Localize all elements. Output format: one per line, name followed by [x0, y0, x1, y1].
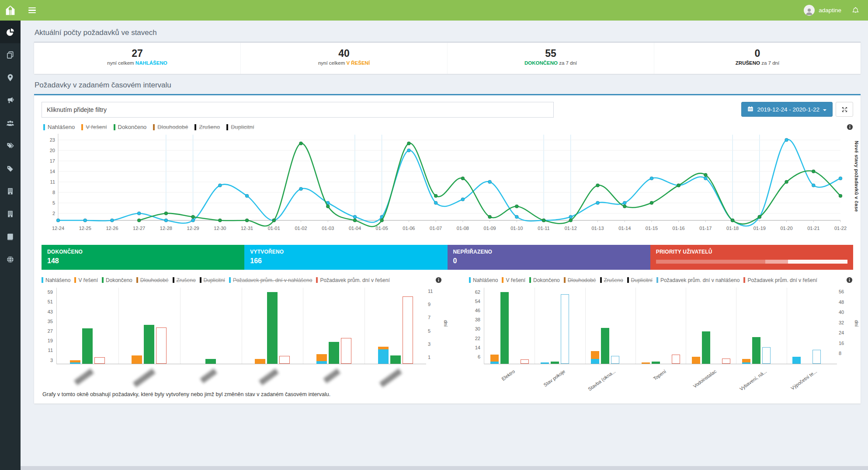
bar	[752, 337, 760, 364]
svg-text:12-26: 12-26	[106, 226, 118, 231]
sidebar-item-building-7[interactable]	[0, 180, 21, 202]
right-axis-tick: 11	[428, 289, 441, 294]
stat-label: DOKONČENO za 7 dní	[448, 60, 654, 66]
left-axis-tick: 46	[469, 308, 480, 313]
svg-text:01-06: 01-06	[403, 226, 415, 231]
left-axis-tick: 3	[42, 358, 53, 363]
legend-item[interactable]: Dlouhodobé	[564, 277, 596, 283]
bar-segment	[742, 359, 750, 362]
sidebar-item-map-marker-2[interactable]	[0, 66, 21, 89]
legend-label: Dokončeno	[118, 124, 147, 130]
priority-progress-bar	[656, 260, 847, 264]
category-label: ███████	[379, 369, 401, 387]
category-label: Výpočetní te...	[790, 369, 818, 391]
legend-item[interactable]: Nahlášeno	[43, 124, 75, 130]
legend-label: Požadavek prům. dní v řešení	[747, 277, 817, 283]
legend-item[interactable]: Zrušeno	[600, 277, 623, 283]
app-logo[interactable]	[0, 0, 21, 21]
right-axis-tick: 5	[428, 328, 441, 334]
legend-item[interactable]: Zrušeno	[173, 277, 196, 283]
calendar-icon	[747, 106, 753, 113]
svg-text:12-31: 12-31	[241, 226, 253, 231]
user-menu[interactable]: adaptine	[804, 5, 841, 16]
sidebar-item-tag-6[interactable]	[0, 157, 21, 180]
legend-item[interactable]: V řešení	[74, 277, 98, 283]
line-chart-legend: NahlášenoV řešeníDokončenoDlouhodobéZruš…	[43, 124, 853, 130]
legend-marker	[173, 277, 174, 283]
info-icon[interactable]	[847, 124, 853, 130]
bar-segment	[316, 361, 327, 364]
sidebar-item-copy-1[interactable]	[0, 43, 21, 66]
legend-marker	[102, 277, 104, 283]
svg-text:17: 17	[50, 158, 55, 164]
svg-text:12-27: 12-27	[133, 226, 145, 231]
svg-text:01-20: 01-20	[780, 226, 792, 231]
category-label: ██████	[259, 369, 278, 385]
legend-item[interactable]: Duplicitní	[627, 277, 653, 283]
legend-item[interactable]: V řešení	[502, 277, 525, 283]
stacked-bar	[255, 359, 265, 364]
sidebar-item-pie-chart-0[interactable]	[0, 21, 21, 43]
legend-item[interactable]: Nahlášeno	[42, 277, 70, 283]
person-icon	[805, 7, 814, 16]
sidebar	[0, 21, 21, 470]
menu-toggle[interactable]	[24, 0, 42, 21]
left-axis-tick: 30	[469, 326, 480, 331]
legend-label: Dokončeno	[533, 277, 560, 283]
filter-input[interactable]	[42, 102, 554, 118]
legend-item[interactable]: Dlouhodobé	[153, 124, 188, 130]
svg-text:01-01: 01-01	[268, 226, 280, 231]
group-separator	[635, 288, 636, 364]
top-navbar: adaptine	[0, 0, 868, 21]
sidebar-item-building-8[interactable]	[0, 202, 21, 225]
bar	[601, 328, 609, 364]
legend-item[interactable]: Duplicitní	[200, 277, 225, 283]
bar	[561, 294, 569, 364]
bar	[82, 328, 93, 364]
legend-marker	[153, 124, 155, 130]
legend-item[interactable]: Požadavek prům. dní v řešení	[743, 277, 817, 283]
legend-label: Dlouhodobé	[140, 277, 169, 283]
svg-text:12-29: 12-29	[187, 226, 199, 231]
legend-item[interactable]: Dokončeno	[114, 124, 147, 130]
bar	[403, 296, 413, 364]
bottom-strip	[21, 466, 868, 470]
legend-item[interactable]: Nahlášeno	[469, 277, 498, 283]
legend-marker	[600, 277, 602, 283]
legend-item[interactable]: Duplicitní	[226, 124, 254, 130]
legend-item[interactable]: V řešení	[81, 124, 107, 130]
bar-chart-left-categories: ████████████████████████████████████	[42, 364, 442, 389]
building-icon	[6, 210, 14, 218]
caret-down-icon	[823, 109, 826, 113]
legend-marker	[656, 277, 658, 283]
legend-item[interactable]: Dlouhodobé	[136, 277, 169, 283]
category-label: █████	[200, 369, 217, 383]
legend-item[interactable]: Zrušeno	[194, 124, 220, 130]
svg-text:01-11: 01-11	[538, 226, 549, 231]
legend-item[interactable]: Požadavek prům. dní v nahlášeno	[229, 277, 312, 283]
legend-item[interactable]: Dokončeno	[529, 277, 560, 283]
sidebar-item-book-9[interactable]	[0, 225, 21, 248]
filter-row: 2019-12-24 - 2020-1-22	[42, 102, 853, 118]
legend-item[interactable]: Požadavek prům. dní v nahlášeno	[656, 277, 740, 283]
sidebar-item-tags-5[interactable]	[0, 134, 21, 157]
svg-text:01-07: 01-07	[430, 226, 442, 231]
notifications-bell[interactable]	[852, 7, 859, 14]
summary-box-value: 166	[250, 257, 441, 265]
info-icon[interactable]	[435, 277, 442, 283]
bar-segment	[642, 362, 650, 364]
info-icon[interactable]	[846, 277, 853, 283]
category-label: Vodoinstalac	[692, 369, 717, 389]
sidebar-item-globe-10[interactable]	[0, 248, 21, 271]
svg-text:01-02: 01-02	[295, 226, 307, 231]
legend-item[interactable]: Požadavek prům. dní v řešení	[316, 277, 389, 283]
sidebar-item-users-4[interactable]	[0, 111, 21, 134]
sidebar-item-bullhorn-3[interactable]	[0, 89, 21, 111]
legend-item[interactable]: Dokončeno	[102, 277, 132, 283]
left-axis-tick: 19	[42, 338, 53, 343]
fullscreen-button[interactable]	[836, 102, 853, 117]
bar	[390, 355, 401, 364]
legend-marker	[229, 277, 231, 283]
date-range-button[interactable]: 2019-12-24 - 2020-1-22	[741, 102, 833, 117]
legend-marker	[502, 277, 503, 283]
